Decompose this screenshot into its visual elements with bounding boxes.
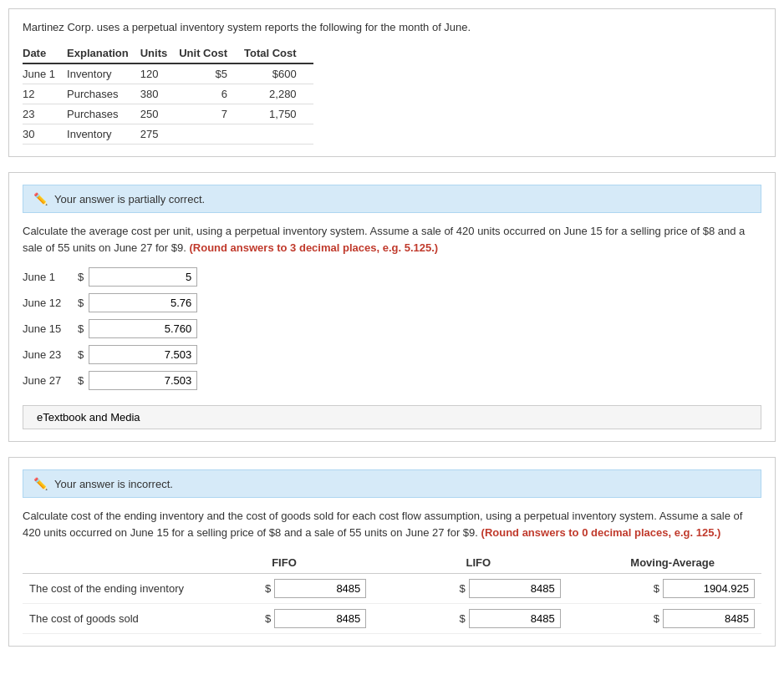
cell-units: 120 — [140, 63, 180, 84]
cell-total-cost: 2,280 — [244, 84, 313, 104]
intro-text: Martinez Corp. uses a perpetual inventor… — [23, 21, 761, 33]
cost-flow-label: The cost of goods sold — [23, 604, 196, 634]
lifo-input[interactable] — [469, 609, 561, 628]
moving-avg-input[interactable] — [663, 609, 755, 628]
cell-explanation: Inventory — [67, 124, 140, 145]
fifo-input[interactable] — [274, 579, 366, 598]
cost-flow-mavg-cell: $ — [583, 574, 761, 604]
pencil-icon-2: ✏️ — [33, 477, 48, 490]
moving-avg-input[interactable] — [663, 579, 755, 598]
avg-cost-label: June 23 — [23, 348, 73, 361]
dollar-sign: $ — [78, 348, 84, 361]
cell-explanation: Purchases — [67, 104, 140, 124]
cell-explanation: Inventory — [67, 63, 140, 84]
cost-flow-fifo-cell: $ — [196, 574, 374, 604]
cell-date: 23 — [23, 104, 67, 124]
cell-total-cost — [244, 124, 313, 145]
avg-cost-input[interactable] — [89, 371, 197, 390]
avg-cost-row: June 27 $ — [23, 371, 761, 390]
dollar-sign-fifo: $ — [265, 612, 271, 625]
avg-cost-label: June 12 — [23, 297, 73, 309]
cell-unit-cost: $5 — [179, 63, 244, 84]
avg-cost-input[interactable] — [89, 267, 197, 287]
partial-correct-banner: ✏️ Your answer is partially correct. — [23, 185, 761, 213]
col-moving-avg-header: Moving-Average — [583, 552, 761, 574]
cost-table-wrapper: FIFO LIFO Moving-Average The cost of the… — [23, 552, 761, 634]
cell-total-cost: $600 — [244, 63, 313, 84]
avg-cost-label: June 27 — [23, 374, 73, 387]
avg-cost-input[interactable] — [89, 345, 197, 364]
cell-units: 275 — [140, 124, 180, 145]
cell-explanation: Purchases — [67, 84, 140, 104]
inventory-table: Date Explanation Units Unit Cost Total C… — [23, 43, 313, 145]
cell-unit-cost: 6 — [179, 84, 244, 104]
cost-flow-lifo-cell: $ — [389, 574, 568, 604]
pencil-icon: ✏️ — [33, 192, 48, 205]
avg-cost-label: June 15 — [23, 322, 73, 335]
col-label-header — [23, 552, 196, 574]
table-row: 30 Inventory 275 — [23, 124, 313, 145]
partial-correct-text: Your answer is partially correct. — [54, 193, 205, 205]
col-header-total-cost: Total Cost — [244, 43, 313, 63]
dollar-sign-mavg: $ — [654, 612, 659, 625]
cell-date: 30 — [23, 124, 67, 145]
cell-units: 380 — [140, 84, 180, 104]
cell-total-cost: 1,750 — [244, 104, 313, 124]
dollar-sign-fifo: $ — [265, 582, 271, 595]
cost-flow-lifo-cell: $ — [389, 604, 568, 634]
avg-cost-row: June 12 $ — [23, 293, 761, 312]
col-lifo-header: LIFO — [389, 552, 568, 574]
col-header-unit-cost: Unit Cost — [179, 43, 244, 63]
incorrect-banner: ✏️ Your answer is incorrect. — [23, 469, 761, 498]
data-table-section: Martinez Corp. uses a perpetual inventor… — [8, 8, 776, 157]
etextbook-button[interactable]: eTextbook and Media — [23, 405, 761, 429]
average-cost-section: ✏️ Your answer is partially correct. Cal… — [8, 172, 776, 442]
cost-flow-row: The cost of goods sold $ $ $ — [23, 604, 761, 634]
dollar-sign: $ — [78, 374, 84, 387]
fifo-input[interactable] — [274, 609, 366, 628]
lifo-input[interactable] — [469, 579, 561, 598]
cost-flow-section: ✏️ Your answer is incorrect. Calculate c… — [8, 457, 776, 647]
col-header-date: Date — [23, 43, 67, 63]
incorrect-text: Your answer is incorrect. — [54, 478, 173, 490]
avg-cost-row: June 23 $ — [23, 345, 761, 364]
avg-cost-label: June 1 — [23, 271, 73, 283]
avg-cost-input[interactable] — [89, 319, 197, 338]
cell-units: 250 — [140, 104, 180, 124]
avg-cost-inputs: June 1 $ June 12 $ June 15 $ June 23 $ J… — [23, 267, 761, 390]
col-header-explanation: Explanation — [67, 43, 140, 63]
cost-flow-mavg-cell: $ — [583, 604, 761, 634]
dollar-sign-lifo: $ — [459, 612, 465, 625]
dollar-sign-mavg: $ — [654, 582, 659, 595]
table-row: 12 Purchases 380 6 2,280 — [23, 84, 313, 104]
table-row: June 1 Inventory 120 $5 $600 — [23, 63, 313, 84]
dollar-sign: $ — [78, 297, 84, 309]
cost-flow-table: FIFO LIFO Moving-Average The cost of the… — [23, 552, 761, 634]
cell-unit-cost: 7 — [179, 104, 244, 124]
col-fifo-header: FIFO — [196, 552, 374, 574]
cost-flow-question: Calculate cost of the ending inventory a… — [23, 508, 761, 540]
dollar-sign-lifo: $ — [459, 582, 465, 595]
cost-flow-row: The cost of the ending inventory $ $ $ — [23, 574, 761, 604]
avg-cost-question: Calculate the average cost per unit, usi… — [23, 223, 761, 256]
dollar-sign: $ — [78, 322, 84, 335]
cell-unit-cost — [179, 124, 244, 145]
cost-flow-label: The cost of the ending inventory — [23, 574, 196, 604]
avg-cost-row: June 1 $ — [23, 267, 761, 287]
table-row: 23 Purchases 250 7 1,750 — [23, 104, 313, 124]
avg-cost-row: June 15 $ — [23, 319, 761, 338]
col-header-units: Units — [140, 43, 180, 63]
cost-flow-fifo-cell: $ — [196, 604, 374, 634]
cell-date: 12 — [23, 84, 67, 104]
cell-date: June 1 — [23, 63, 67, 84]
avg-cost-input[interactable] — [89, 293, 197, 312]
dollar-sign: $ — [78, 271, 84, 283]
